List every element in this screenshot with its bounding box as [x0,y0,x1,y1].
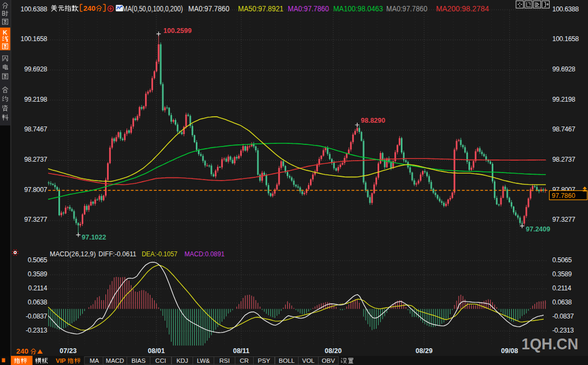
svg-text:97.2409: 97.2409 [526,225,550,233]
svg-text:07/23: 07/23 [60,347,76,355]
svg-text:99.2198: 99.2198 [24,96,48,103]
svg-text:0.5065: 0.5065 [28,256,47,264]
svg-text:100.1658: 100.1658 [21,35,47,43]
svg-text:98.2737: 98.2737 [552,156,576,163]
svg-text:0.0638: 0.0638 [552,298,572,306]
svg-text:0.0638: 0.0638 [28,298,47,306]
svg-text:0.2114: 0.2114 [552,284,571,292]
svg-text:-0.0837: -0.0837 [25,313,47,320]
svg-text:08/20: 08/20 [325,347,341,355]
svg-text:99.6928: 99.6928 [24,65,48,73]
svg-text:0.3589: 0.3589 [552,270,572,278]
svg-text:LW&: LW& [197,357,210,364]
svg-text:100.2599: 100.2599 [163,27,191,35]
svg-text:99.2198: 99.2198 [552,96,576,103]
svg-text:08/29: 08/29 [415,347,432,355]
svg-text:VIP: VIP [56,357,66,364]
svg-text:MACD: MACD [106,357,124,364]
svg-text:BOLL: BOLL [279,357,295,364]
svg-text:PSY: PSY [257,357,270,364]
svg-text:97.3277: 97.3277 [24,216,48,223]
svg-text:MA: MA [90,357,100,364]
svg-text:0.5065: 0.5065 [552,256,572,264]
svg-text:98.2737: 98.2737 [24,156,48,163]
svg-text:100.1658: 100.1658 [552,35,579,43]
svg-text:08/11: 08/11 [233,347,250,355]
svg-text:0.2114: 0.2114 [28,284,47,292]
svg-text:VOL: VOL [302,357,315,364]
svg-text:240: 240 [16,347,29,355]
svg-text:08/01: 08/01 [148,347,164,355]
svg-text:DIFF:-0.0611: DIFF:-0.0611 [98,250,136,258]
svg-text:1QH.CN: 1QH.CN [521,335,578,353]
svg-text:OBV: OBV [322,357,335,364]
svg-text:98.7467: 98.7467 [552,125,576,133]
svg-text:97.8007: 97.8007 [24,186,48,194]
svg-text:100.6388: 100.6388 [21,5,47,13]
svg-text:09/08: 09/08 [501,347,518,355]
svg-text:240: 240 [83,4,96,12]
svg-text:97.3277: 97.3277 [552,216,576,223]
svg-text:MA0:97.7860: MA0:97.7860 [386,4,427,13]
svg-text:MACD:0.0891: MACD:0.0891 [184,250,224,258]
svg-text:DEA:-0.1057: DEA:-0.1057 [142,250,177,258]
svg-text:98.7467: 98.7467 [24,125,48,133]
svg-text:97.1022: 97.1022 [82,234,106,241]
svg-text:MA50:97.8921: MA50:97.8921 [238,4,283,13]
svg-text:KDJ: KDJ [176,357,188,364]
svg-text:MA100:98.0463: MA100:98.0463 [333,4,383,13]
svg-text:CR: CR [240,357,249,364]
svg-text:98.8290: 98.8290 [361,117,385,124]
svg-text:-0.2313: -0.2313 [25,327,47,334]
svg-text:CCI: CCI [155,357,166,364]
svg-text:-0.2313: -0.2313 [552,327,574,334]
svg-text:BIAS: BIAS [131,357,146,364]
svg-text:RSI: RSI [219,357,229,364]
svg-text:99.6928: 99.6928 [552,65,576,73]
svg-text:-0.0837: -0.0837 [552,313,574,320]
svg-text:K: K [3,29,8,36]
svg-text:0.3589: 0.3589 [28,270,47,278]
svg-text:100.6388: 100.6388 [552,5,579,13]
svg-text:MA(0,50,0,100,0,200): MA(0,50,0,100,0,200) [122,4,183,13]
svg-text:MACD(26,12,9): MACD(26,12,9) [50,250,96,258]
svg-text:MA0:97.7860: MA0:97.7860 [288,4,329,13]
svg-text:MA200:98.2784: MA200:98.2784 [436,4,489,13]
svg-text:97.7860: 97.7860 [552,192,576,200]
svg-text:MA0:97.7860: MA0:97.7860 [188,4,229,13]
